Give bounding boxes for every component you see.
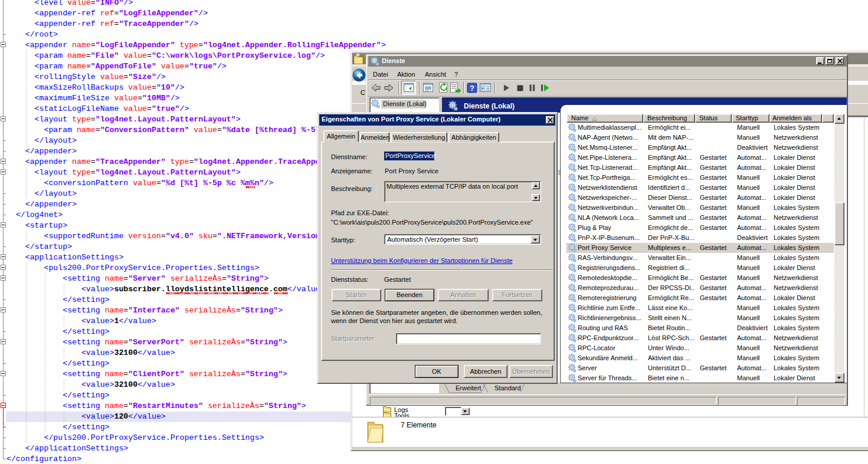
svg-text:?: ? xyxy=(470,84,474,93)
